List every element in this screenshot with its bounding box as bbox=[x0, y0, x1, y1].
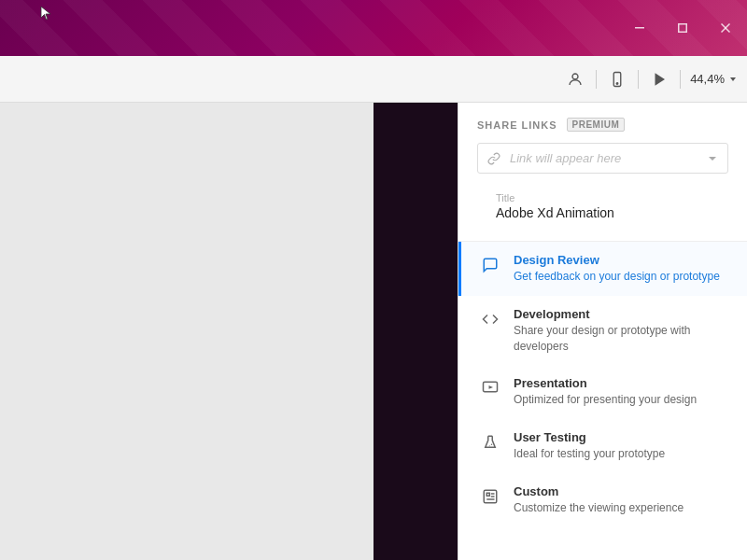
zoom-control[interactable]: 44,4% bbox=[690, 72, 738, 86]
option-title-design-review: Design Review bbox=[514, 253, 728, 267]
mouse-cursor bbox=[39, 5, 56, 21]
svg-point-6 bbox=[616, 82, 618, 84]
top-toolbar: 44,4% bbox=[0, 56, 747, 103]
share-title-row: SHARE LINKS PREMIUM bbox=[477, 118, 728, 132]
share-links-label: SHARE LINKS bbox=[477, 119, 557, 131]
custom-icon bbox=[480, 486, 500, 507]
toolbar-divider-1 bbox=[596, 70, 597, 89]
title-section: Title Adobe Xd Animation bbox=[477, 185, 728, 231]
svg-marker-9 bbox=[489, 385, 494, 389]
option-desc-presentation: Optimized for presenting your design bbox=[514, 392, 728, 408]
minimize-button[interactable] bbox=[618, 14, 661, 42]
option-content-custom: Custom Customize the viewing experience bbox=[514, 484, 728, 516]
option-item-design-review[interactable]: Design Review Get feedback on your desig… bbox=[458, 242, 747, 296]
link-row[interactable]: Link will appear here bbox=[477, 143, 728, 174]
option-item-development[interactable]: Development Share your design or prototy… bbox=[458, 296, 747, 366]
link-dropdown-button[interactable] bbox=[698, 146, 727, 172]
option-desc-custom: Customize the viewing experience bbox=[514, 500, 728, 516]
svg-marker-7 bbox=[655, 73, 666, 86]
profile-icon[interactable] bbox=[564, 68, 586, 91]
premium-badge: PREMIUM bbox=[567, 118, 626, 132]
svg-point-4 bbox=[572, 74, 578, 79]
play-icon bbox=[480, 378, 500, 399]
svg-rect-13 bbox=[486, 493, 489, 496]
option-desc-user-testing: Ideal for testing your prototype bbox=[514, 446, 728, 462]
option-title-user-testing: User Testing bbox=[514, 430, 728, 444]
code-icon bbox=[480, 309, 500, 329]
zoom-caret-icon bbox=[728, 75, 738, 84]
svg-point-10 bbox=[491, 444, 493, 446]
share-header: SHARE LINKS PREMIUM Link will appear her… bbox=[458, 103, 747, 242]
close-button[interactable] bbox=[704, 14, 747, 42]
svg-rect-1 bbox=[679, 24, 687, 33]
svg-point-11 bbox=[489, 445, 490, 446]
device-icon[interactable] bbox=[606, 68, 628, 91]
comment-icon bbox=[480, 255, 500, 275]
link-placeholder-text: Link will appear here bbox=[510, 144, 698, 173]
play-icon[interactable] bbox=[648, 68, 670, 91]
title-label: Title bbox=[496, 192, 710, 203]
link-icon bbox=[478, 145, 510, 173]
option-content-design-review: Design Review Get feedback on your desig… bbox=[514, 253, 728, 285]
svg-rect-0 bbox=[635, 27, 644, 29]
option-content-presentation: Presentation Optimized for presenting yo… bbox=[514, 376, 728, 408]
option-desc-development: Share your design or prototype with deve… bbox=[514, 323, 728, 355]
option-content-development: Development Share your design or prototy… bbox=[514, 307, 728, 355]
option-content-user-testing: User Testing Ideal for testing your prot… bbox=[514, 430, 728, 462]
title-value: Adobe Xd Animation bbox=[496, 205, 710, 220]
toolbar-divider-2 bbox=[638, 70, 639, 89]
canvas-area bbox=[0, 103, 374, 560]
toolbar-divider-3 bbox=[680, 70, 681, 89]
zoom-label: 44,4% bbox=[690, 72, 725, 86]
option-item-presentation[interactable]: Presentation Optimized for presenting yo… bbox=[458, 365, 747, 419]
maximize-button[interactable] bbox=[661, 14, 704, 42]
share-panel: SHARE LINKS PREMIUM Link will appear her… bbox=[458, 103, 747, 560]
options-list: Design Review Get feedback on your desig… bbox=[458, 242, 747, 527]
option-item-custom[interactable]: Custom Customize the viewing experience bbox=[458, 473, 747, 527]
option-title-development: Development bbox=[514, 307, 728, 321]
option-item-user-testing[interactable]: User Testing Ideal for testing your prot… bbox=[458, 419, 747, 473]
option-desc-design-review: Get feedback on your design or prototype bbox=[514, 269, 728, 285]
window-controls bbox=[618, 0, 747, 56]
option-title-custom: Custom bbox=[514, 484, 728, 498]
flask-icon bbox=[480, 432, 500, 453]
option-title-presentation: Presentation bbox=[514, 376, 728, 390]
